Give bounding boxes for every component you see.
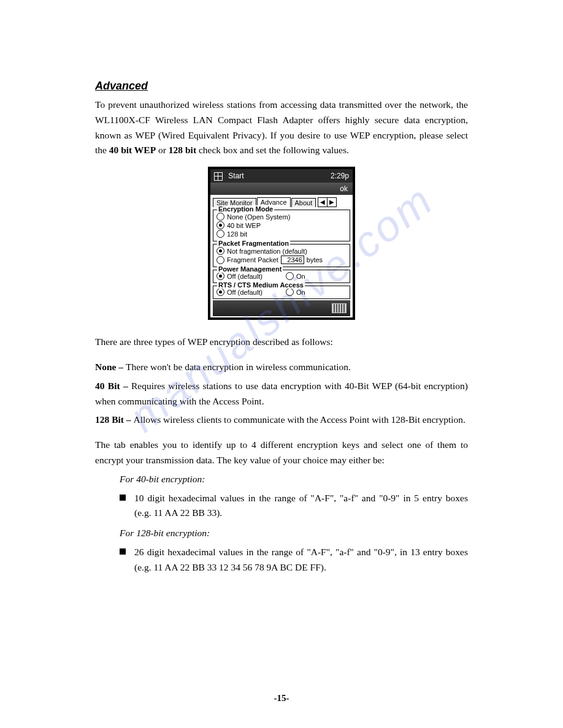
- rts-row: Off (default) On: [216, 288, 347, 296]
- radio-power-on-label: On: [296, 273, 305, 280]
- keyboard-icon[interactable]: [332, 303, 347, 313]
- for-40-bullet-text: 10 digit hexadecimal values in the range…: [134, 491, 468, 521]
- radio-40wep-label: 40 bit WEP: [227, 222, 261, 229]
- pda-clock: 2:29p: [331, 172, 349, 180]
- radio-128-label: 128 bit: [227, 230, 247, 238]
- pda-footer: [213, 300, 350, 316]
- fragmentation-group: Packet Fragmentation Not fragmentation (…: [213, 244, 350, 267]
- radio-none[interactable]: [216, 213, 224, 221]
- 40bit-label: 40 Bit –: [95, 381, 131, 391]
- radio-frag-label: Fragment Packet: [227, 256, 278, 264]
- radio-rts-on-label: On: [296, 289, 305, 296]
- intro-text-end: check box and set the following values.: [196, 145, 349, 155]
- 40bit-paragraph: 40 Bit – Requires wireless stations to u…: [95, 379, 468, 409]
- tab-scroll-arrows: ◀ ▶: [318, 197, 337, 207]
- for-128-bullet-text: 26 digit hexadecimal values in the range…: [134, 545, 468, 575]
- for-128-bullet-row: 26 digit hexadecimal values in the range…: [120, 545, 468, 575]
- square-bullet-icon: [120, 495, 126, 501]
- intro-128bit-bold: 128 bit: [169, 145, 196, 155]
- radio-row-40wep: 40 bit WEP: [216, 221, 347, 229]
- radio-40wep[interactable]: [216, 221, 224, 229]
- tab-paragraph: The tab enables you to identify up to 4 …: [95, 438, 468, 468]
- encryption-mode-group: Encryption Mode None (Open System) 40 bi…: [213, 210, 350, 241]
- pda-device: Start 2:29p ok Site Monitor Advance Abou…: [208, 167, 355, 320]
- power-row: Off (default) On: [216, 272, 347, 280]
- rts-legend: RTS / CTS Medium Access: [217, 281, 305, 289]
- radio-row-none: None (Open System): [216, 213, 347, 221]
- tab-about[interactable]: About: [291, 198, 316, 207]
- power-legend: Power Management: [217, 265, 283, 273]
- page: manualshive.com Advanced To prevent unau…: [0, 0, 563, 617]
- radio-power-off[interactable]: [216, 272, 224, 280]
- encryption-details: For 40-bit encryption: 10 digit hexadeci…: [120, 472, 468, 575]
- radio-rts-off-label: Off (default): [227, 289, 262, 296]
- none-paragraph: None – There won't be data encryption in…: [95, 360, 468, 375]
- wep-types-intro: There are three types of WEP encryption …: [95, 335, 468, 350]
- encryption-legend: Encryption Mode: [217, 205, 274, 213]
- screenshot-figure: Start 2:29p ok Site Monitor Advance Abou…: [95, 167, 468, 320]
- radio-row-nofrag: Not fragmentation (default): [216, 247, 347, 255]
- radio-row-128: 128 bit: [216, 230, 347, 238]
- windows-icon: [214, 172, 223, 181]
- pda-title-text: Start: [228, 172, 243, 180]
- for-40-bullet-row: 10 digit hexadecimal values in the range…: [120, 491, 468, 521]
- tab-right-arrow-icon[interactable]: ▶: [327, 198, 336, 207]
- fragmentation-legend: Packet Fragmentation: [217, 240, 290, 247]
- pda-titlebar: Start 2:29p: [210, 169, 353, 183]
- rts-group: RTS / CTS Medium Access Off (default) On: [213, 286, 350, 299]
- 128bit-label: 128 Bit –: [95, 414, 133, 425]
- intro-40bit-bold: 40 bit WEP: [109, 145, 156, 155]
- 128bit-paragraph: 128 Bit – Allows wireless clients to com…: [95, 412, 468, 428]
- square-bullet-icon: [120, 548, 126, 555]
- section-title: Advanced: [95, 80, 468, 93]
- radio-none-label: None (Open System): [227, 213, 290, 221]
- radio-nofrag[interactable]: [216, 247, 224, 255]
- pda-start-button[interactable]: Start: [214, 172, 244, 181]
- none-label: None –: [95, 362, 126, 372]
- radio-nofrag-label: Not fragmentation (default): [227, 248, 307, 255]
- none-text: There won't be data encryption in wirele…: [126, 362, 351, 372]
- frag-unit: bytes: [307, 256, 323, 264]
- pda-subbar: ok: [210, 183, 353, 195]
- tab-left-arrow-icon[interactable]: ◀: [318, 198, 327, 207]
- intro-paragraph: To prevent unauthorized wireless station…: [95, 97, 468, 158]
- radio-row-frag: Fragment Packet 2346 bytes: [216, 256, 347, 264]
- radio-rts-on[interactable]: [286, 288, 294, 296]
- radio-power-off-label: Off (default): [227, 273, 262, 280]
- frag-value-input[interactable]: 2346: [281, 256, 304, 264]
- pda-body: Site Monitor Advance About ◀ ▶ Encryptio…: [210, 195, 353, 317]
- radio-power-on[interactable]: [286, 272, 294, 280]
- intro-text-mid: or: [156, 145, 169, 155]
- radio-rts-off[interactable]: [216, 288, 224, 296]
- for-40-heading: For 40-bit encryption:: [120, 472, 468, 487]
- 128bit-text: Allows wireless clients to communicate w…: [133, 414, 465, 425]
- page-number: -15-: [0, 693, 563, 703]
- 40bit-text: Requires wireless stations to use data e…: [95, 381, 468, 406]
- for-128-heading: For 128-bit encryption:: [120, 526, 468, 541]
- pda-ok-button[interactable]: ok: [340, 184, 348, 193]
- radio-frag[interactable]: [216, 256, 224, 264]
- radio-128[interactable]: [216, 230, 224, 238]
